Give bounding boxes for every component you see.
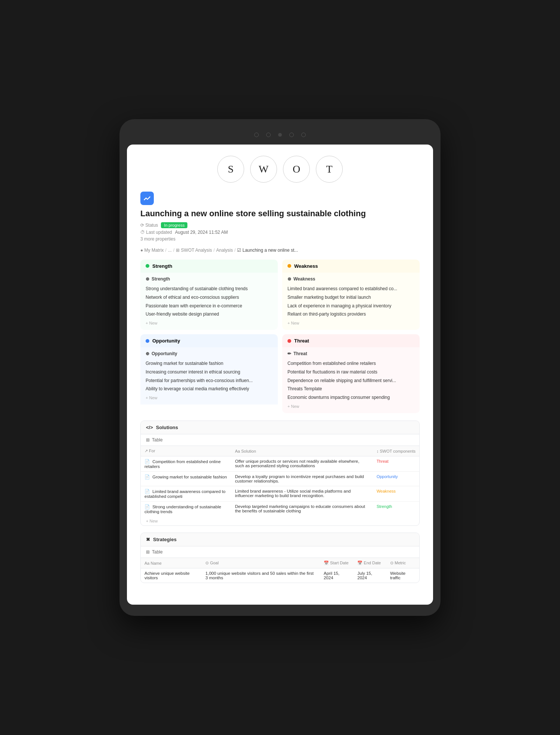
strategies-col-end: 📅 End Date bbox=[354, 558, 386, 568]
breadcrumb-sep-4: / bbox=[234, 248, 236, 253]
weakness-dot bbox=[287, 264, 291, 268]
strength-card: Strength ⊛ Strength Strong understanding… bbox=[140, 260, 278, 330]
solutions-add-row[interactable]: + New bbox=[141, 517, 419, 525]
solutions-table-header: ⊞ Table bbox=[141, 434, 419, 446]
strategies-table-label: Table bbox=[152, 549, 163, 555]
doc-icon: 📄 bbox=[144, 489, 150, 494]
threat-inner-header: ✏ Threat bbox=[287, 351, 414, 356]
threat-item-4: Threats Template bbox=[287, 385, 414, 393]
for-icon: ↗ bbox=[144, 449, 149, 453]
breadcrumb-sep-3: / bbox=[214, 248, 215, 253]
breadcrumb-item-3[interactable]: ⊞ SWOT Analysis bbox=[176, 248, 212, 253]
weakness-add-new[interactable]: + New bbox=[287, 321, 414, 325]
strategies-label: Strategies bbox=[153, 537, 177, 542]
weakness-item-1: Limited brand awareness compared to esta… bbox=[287, 285, 414, 293]
solutions-cell-component: Weakness bbox=[373, 486, 419, 502]
breadcrumb-sep-1: / bbox=[165, 248, 167, 253]
strategies-cell-start: April 15, 2024 bbox=[320, 568, 354, 583]
device-circle-2 bbox=[266, 133, 271, 137]
threat-add-new[interactable]: + New bbox=[287, 404, 414, 409]
threat-item-1: Competition from established online reta… bbox=[287, 359, 414, 368]
breadcrumb-item-5[interactable]: ☑ Launching a new online st... bbox=[237, 248, 298, 253]
solutions-col-solution: Aa Solution bbox=[231, 446, 373, 456]
swot-circle-o: O bbox=[283, 156, 310, 183]
weakness-item-4: Reliant on third-party logistics provide… bbox=[287, 310, 414, 319]
strategies-table-icon: ⊞ bbox=[146, 549, 150, 555]
solutions-table-icon: ⊞ bbox=[146, 437, 150, 443]
threat-body: ✏ Threat Competition from established on… bbox=[282, 347, 420, 413]
weakness-header: Weakness bbox=[282, 260, 420, 273]
breadcrumb-item-4[interactable]: Analysis bbox=[216, 248, 233, 253]
strength-body: ⊛ Strength Strong understanding of susta… bbox=[140, 273, 278, 330]
threat-dot bbox=[287, 339, 291, 343]
solutions-row: 📄 Growing market for sustainable fashion… bbox=[141, 472, 419, 486]
status-badge: In progress bbox=[161, 222, 187, 228]
solutions-cell-solution: Develop targeted marketing campaigns to … bbox=[231, 502, 373, 517]
breadcrumb-item-2[interactable]: ... bbox=[168, 248, 172, 253]
solutions-table-section: ⊞ Table ↗ For Aa Solution bbox=[141, 434, 419, 525]
device-camera bbox=[278, 133, 282, 137]
swot-circle-s: S bbox=[217, 156, 244, 183]
device-circle-1 bbox=[254, 133, 259, 137]
metric-icon: ⊙ bbox=[390, 561, 395, 565]
weakness-card: Weakness ⊗ Weakness Limited brand awaren… bbox=[282, 260, 420, 330]
strength-item-4: User-friendly website design planned bbox=[146, 310, 273, 319]
solutions-icon: </> bbox=[146, 425, 153, 430]
solutions-cell-solution: Limited brand awareness - Utilize social… bbox=[231, 486, 373, 502]
opportunity-header-label: Opportunity bbox=[152, 338, 180, 344]
page-title: Launching a new online store selling sus… bbox=[140, 209, 420, 218]
opportunity-icon: ⊕ bbox=[146, 351, 149, 356]
strategies-table: Aa Name ⊙ Goal 📅 Start Date 📅 bbox=[141, 558, 419, 583]
strategies-section: ✖ Strategies ⊞ Table Aa Name ⊙ Goal bbox=[140, 533, 420, 583]
solutions-cell-component: Strength bbox=[373, 502, 419, 517]
threat-header-label: Threat bbox=[294, 338, 309, 344]
solutions-cell-for: 📄 Strong understanding of sustainable cl… bbox=[141, 502, 231, 517]
strategies-col-name: Aa Name bbox=[141, 558, 202, 568]
breadcrumb-sep-2: / bbox=[173, 248, 174, 253]
strength-icon: ⊛ bbox=[146, 276, 149, 282]
solutions-table-col-row: ↗ For Aa Solution ↕ SWOT components bbox=[141, 446, 419, 456]
threat-header: Threat bbox=[282, 334, 420, 347]
device-circle-3 bbox=[289, 133, 294, 137]
strength-item-2: Network of ethical and eco-conscious sup… bbox=[146, 293, 273, 302]
solutions-row: 📄 Strong understanding of sustainable cl… bbox=[141, 502, 419, 517]
solutions-cell-solution: Offer unique products or services not re… bbox=[231, 456, 373, 472]
strategies-icon: ✖ bbox=[146, 537, 150, 542]
solutions-cell-for: 📄 Limited brand awareness compared to es… bbox=[141, 486, 231, 502]
solutions-row: 📄 Limited brand awareness compared to es… bbox=[141, 486, 419, 502]
solutions-cell-component: Opportunity bbox=[373, 472, 419, 486]
strategies-cell-metric: Website traffic bbox=[386, 568, 419, 583]
weakness-inner-header: ⊗ Weakness bbox=[287, 276, 414, 282]
start-icon: 📅 bbox=[324, 561, 330, 565]
solutions-table: ↗ For Aa Solution ↕ SWOT components bbox=[141, 446, 419, 517]
strength-add-new[interactable]: + New bbox=[146, 321, 273, 325]
swot-circle-w: W bbox=[250, 156, 277, 183]
weakness-body: ⊗ Weakness Limited brand awareness compa… bbox=[282, 273, 420, 330]
strategies-col-start: 📅 Start Date bbox=[320, 558, 354, 568]
strength-item-3: Passionate team with experience in e-com… bbox=[146, 302, 273, 310]
opportunity-item-3: Potential for partnerships with eco-cons… bbox=[146, 376, 273, 385]
screen: S W O T Launching a new online store sel… bbox=[127, 145, 433, 605]
meta-status-row: ⟳ Status In progress bbox=[140, 222, 420, 228]
strategies-col-goal: ⊙ Goal bbox=[202, 558, 320, 568]
last-updated-label: ⏱ Last updated bbox=[140, 230, 172, 235]
solutions-label: Solutions bbox=[156, 425, 178, 430]
more-properties[interactable]: 3 more properties bbox=[140, 236, 420, 242]
threat-item-2: Potential for fluctuations in raw materi… bbox=[287, 368, 414, 376]
solutions-section-header: </> Solutions bbox=[141, 421, 419, 434]
swot-circles: S W O T bbox=[140, 156, 420, 183]
strategies-col-row: Aa Name ⊙ Goal 📅 Start Date 📅 bbox=[141, 558, 419, 568]
strategies-table-section: ⊞ Table Aa Name ⊙ Goal 📅 bbox=[141, 546, 419, 583]
threat-card: Threat ✏ Threat Competition from establi… bbox=[282, 334, 420, 413]
swot-col-icon: ↕ bbox=[377, 449, 380, 453]
doc-icon: 📄 bbox=[144, 505, 150, 509]
swot-circle-t: T bbox=[316, 156, 343, 183]
solutions-cell-component: Threat bbox=[373, 456, 419, 472]
strategies-table-header: ⊞ Table bbox=[141, 546, 419, 558]
opportunity-card: Opportunity ⊕ Opportunity Growing market… bbox=[140, 334, 278, 413]
breadcrumb-item-1[interactable]: ● My Matrix bbox=[140, 248, 164, 253]
solutions-col-for: ↗ For bbox=[141, 446, 231, 456]
solutions-cell-for: 📄 Growing market for sustainable fashion bbox=[141, 472, 231, 486]
opportunity-add-new[interactable]: + New bbox=[146, 396, 273, 400]
end-icon: 📅 bbox=[357, 561, 364, 565]
